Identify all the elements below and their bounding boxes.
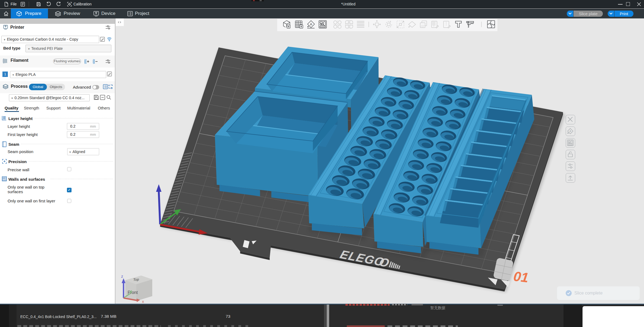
svg-text:A: A xyxy=(310,22,312,26)
svg-text:A: A xyxy=(108,84,110,87)
svg-text:Top: Top xyxy=(133,277,139,282)
svg-text:x: x xyxy=(142,299,144,304)
svg-text:A: A xyxy=(569,130,571,133)
svg-text:z: z xyxy=(121,274,123,279)
svg-text:01: 01 xyxy=(513,268,529,285)
svg-text:B: B xyxy=(111,87,113,89)
